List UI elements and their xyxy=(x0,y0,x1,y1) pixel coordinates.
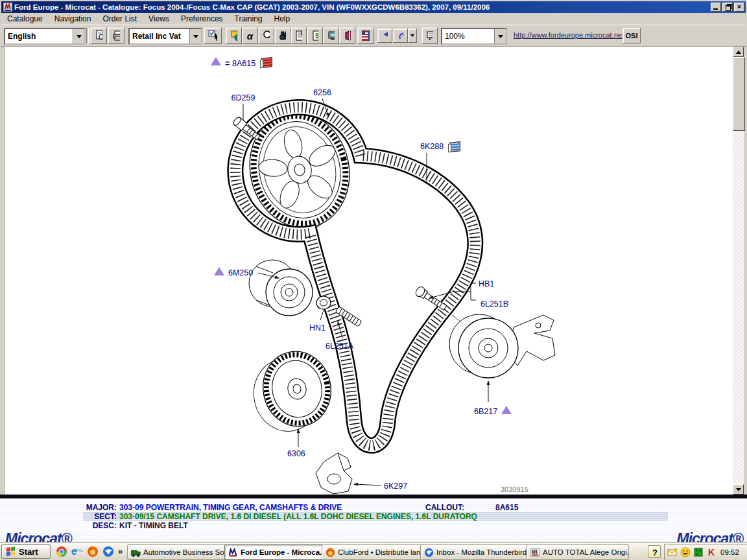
callout-6l251b[interactable]: 6L251B xyxy=(480,299,508,309)
screen-view-button[interactable] xyxy=(323,27,339,44)
kaspersky-icon[interactable]: K xyxy=(706,547,717,557)
menu-catalogue[interactable]: Catalogue xyxy=(1,13,49,25)
price-level-select[interactable]: Retail Inc Vat xyxy=(128,28,202,45)
quicklaunch-ie-icon[interactable]: e xyxy=(71,546,83,557)
callout-value: 8A615 xyxy=(495,503,518,512)
callout-6256[interactable]: 6256 xyxy=(313,88,331,97)
redo-button[interactable] xyxy=(393,29,408,43)
redo-history-dropdown[interactable] xyxy=(408,29,417,43)
legend-equals: = xyxy=(225,59,230,68)
search-button[interactable] xyxy=(258,27,274,44)
menu-navigation[interactable]: Navigation xyxy=(49,13,97,25)
help-button[interactable]: ? xyxy=(648,545,661,558)
parts-list-button[interactable] xyxy=(290,27,307,44)
quicklaunch-thunderbird-icon[interactable] xyxy=(102,546,114,557)
callout-6k297[interactable]: 6K297 xyxy=(384,482,407,491)
shapes-icon xyxy=(230,30,237,41)
desc-label: DESC: xyxy=(83,521,117,530)
close-button[interactable]: × xyxy=(734,3,744,12)
alpha-icon: α xyxy=(247,30,253,41)
toolbar: English Retail Inc Vat α xyxy=(1,25,746,47)
alpha-index-button[interactable]: α xyxy=(242,27,258,44)
task-thunderbird-inbox[interactable]: Inbox - Mozilla Thunderbird xyxy=(420,544,532,560)
major-label: MAJOR: xyxy=(83,503,117,512)
scroll-up-button[interactable] xyxy=(733,47,744,57)
undo-button[interactable] xyxy=(377,29,392,43)
vertical-scrollbar[interactable] xyxy=(733,47,744,495)
menu-preferences[interactable]: Preferences xyxy=(175,13,229,25)
microcat-url-link[interactable]: http://www.fordeurope.microcat.net xyxy=(514,31,624,39)
truck-icon xyxy=(131,548,141,557)
find-parts-button[interactable] xyxy=(274,27,290,44)
print-button[interactable] xyxy=(108,27,124,44)
select-item-button[interactable] xyxy=(204,27,222,44)
minimize-button[interactable] xyxy=(711,3,721,12)
printer-icon xyxy=(112,30,120,41)
windows-flag-icon xyxy=(6,546,16,557)
task-ford-europe-microcat[interactable]: Ford Europe - Microca... xyxy=(224,544,327,560)
messenger-smiley-icon[interactable] xyxy=(680,547,691,557)
sect-label: SECT: xyxy=(83,512,117,521)
callout-8a615[interactable]: 8A615 xyxy=(232,59,255,68)
auto-total-icon xyxy=(530,548,540,557)
binoculars-icon xyxy=(279,30,286,41)
callout-6d259[interactable]: 6D259 xyxy=(231,93,255,102)
application-window: Ford Europe - Microcat - Catalogue: Focu… xyxy=(0,0,747,560)
new-mail-icon[interactable] xyxy=(667,547,678,557)
chevron-down-icon[interactable] xyxy=(494,29,506,43)
notes-flag-red-icon[interactable] xyxy=(261,57,272,68)
major-value: 303-09 POWERTRAIN, TIMING GEAR, CAMSHAFT… xyxy=(119,503,342,512)
redo-arrow-icon xyxy=(397,31,403,41)
quicklaunch-chrome-icon[interactable] xyxy=(56,546,67,557)
undo-arrow-icon xyxy=(382,31,388,41)
taskbar: Start e » Automotive Business Sof... For… xyxy=(0,542,747,560)
menu-views[interactable]: Views xyxy=(143,13,175,25)
task-auto-total[interactable]: AUTO TOTAL Alege Origi... xyxy=(527,544,629,560)
comment-icon xyxy=(426,30,433,41)
drawing-number: 3030915 xyxy=(501,485,528,493)
notes-button[interactable] xyxy=(421,27,438,44)
callout-6b217[interactable]: 6B217 xyxy=(474,407,497,416)
toolbar-separator xyxy=(86,28,89,43)
callout-hb1[interactable]: HB1 xyxy=(479,279,494,288)
language-select[interactable]: English xyxy=(4,28,86,45)
window-title: Ford Europe - Microcat - Catalogue: Focu… xyxy=(14,3,708,11)
magnifier-icon xyxy=(263,30,270,41)
part-info-panel: MAJOR: 303-09 POWERTRAIN, TIMING GEAR, C… xyxy=(0,498,747,542)
title-bar[interactable]: Ford Europe - Microcat - Catalogue: Focu… xyxy=(1,1,746,13)
start-button[interactable]: Start xyxy=(1,544,51,559)
chevron-down-icon[interactable] xyxy=(73,29,84,43)
dollar-icon: $ xyxy=(315,32,318,40)
scroll-down-button[interactable] xyxy=(733,484,744,495)
menu-training[interactable]: Training xyxy=(229,13,268,25)
pointer-check-icon xyxy=(208,30,217,41)
reference-book-button[interactable] xyxy=(339,27,355,44)
callout-6m250[interactable]: 6M250 xyxy=(228,268,253,277)
desc-value: KIT - TIMING BELT xyxy=(119,521,188,530)
graphical-index-button[interactable] xyxy=(226,27,242,44)
task-automotive-business[interactable]: Automotive Business Sof... xyxy=(127,544,230,560)
print-preview-button[interactable] xyxy=(90,27,107,44)
restore-button[interactable] xyxy=(722,3,733,12)
zoom-select[interactable]: 100% xyxy=(441,28,507,45)
osi-button[interactable]: OSI xyxy=(622,28,641,43)
menu-order-list[interactable]: Order List xyxy=(97,13,143,25)
scrollbar-thumb[interactable] xyxy=(733,57,745,131)
quicklaunch-overflow-chevron[interactable]: » xyxy=(118,546,123,556)
callout-6l251a[interactable]: 6L251A xyxy=(326,342,354,351)
print-preview-icon xyxy=(95,30,102,41)
callout-hn1[interactable]: HN1 xyxy=(309,323,326,332)
callout-6k288[interactable]: 6K288 xyxy=(420,142,444,151)
quicklaunch-firefox-icon[interactable] xyxy=(87,546,99,557)
notes-flag-blue-icon[interactable] xyxy=(449,141,460,152)
menu-help[interactable]: Help xyxy=(268,13,296,25)
task-clubford[interactable]: ClubFord • Distributie lan... xyxy=(322,544,425,560)
market-flags-button[interactable] xyxy=(357,27,374,44)
network-status-icon[interactable] xyxy=(693,547,704,557)
parts-list-icon xyxy=(295,30,302,41)
pricing-button[interactable]: $ xyxy=(307,27,323,44)
callout-6306[interactable]: 6306 xyxy=(287,449,305,458)
chevron-down-icon[interactable] xyxy=(189,29,201,43)
microcat-icon xyxy=(228,548,238,557)
us-eu-flag-icon xyxy=(362,30,370,41)
